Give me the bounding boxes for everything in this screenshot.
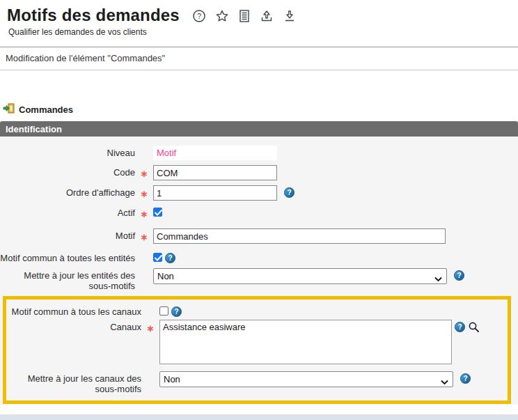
motif-commun-entites-checkbox[interactable] — [153, 253, 162, 262]
required-marker: ∗ — [141, 189, 148, 199]
required-marker: ∗ — [147, 323, 155, 334]
favorite-star-icon[interactable] — [215, 9, 229, 23]
item-name: Commandes — [19, 104, 73, 115]
form-row-niveau: Niveau Motif — [0, 146, 518, 160]
document-icon[interactable] — [238, 9, 251, 23]
identification-form: Niveau Motif Code ∗ Ordre d'affichage ∗ … — [0, 137, 518, 405]
motif-input[interactable] — [153, 228, 446, 244]
download-icon[interactable] — [283, 9, 297, 23]
search-icon[interactable] — [468, 321, 480, 336]
upload-icon[interactable] — [260, 9, 274, 23]
required-marker: ∗ — [141, 209, 148, 219]
item-header: Commandes — [0, 103, 518, 116]
help-icon[interactable]: ? — [284, 187, 295, 198]
help-icon[interactable]: ? — [165, 253, 175, 263]
bottom-scroll-strip[interactable] — [0, 414, 518, 420]
enter-item-icon — [3, 103, 15, 116]
field-label: Mettre à jour les canaux des sous-motifs — [6, 371, 141, 394]
form-row-motif-commun-entites: Motif commun à toutes les entités ? — [0, 251, 518, 263]
field-label: Mettre à jour les entités des sous-motif… — [0, 268, 135, 291]
maj-canaux-select[interactable]: Non — [159, 371, 453, 387]
form-row-actif: Actif ∗ — [0, 205, 518, 220]
help-icon[interactable]: ? — [460, 373, 471, 384]
breadcrumb: Modification de l'élément "Commandes" — [0, 47, 518, 70]
field-label: Ordre d'affichage — [0, 185, 135, 198]
form-row-code: Code ∗ — [0, 165, 518, 180]
ordre-affichage-input[interactable] — [153, 185, 277, 201]
field-label: Canaux — [6, 320, 141, 332]
help-icon[interactable]: ? — [454, 270, 464, 281]
form-row-maj-canaux-sous-motifs: Mettre à jour les canaux des sous-motifs… — [6, 371, 508, 394]
page-header: Motifs des demandes ? Qualifier les dema… — [0, 0, 518, 37]
highlight-annotation-box: Motif commun à tous les canaux ? Canaux … — [3, 296, 511, 404]
form-row-ordre-affichage: Ordre d'affichage ∗ ? — [0, 185, 518, 201]
svg-text:?: ? — [197, 12, 201, 20]
page-subtitle: Qualifier les demandes de vos clients — [8, 27, 511, 37]
niveau-readonly-field: Motif — [153, 146, 277, 160]
maj-entites-select[interactable]: Non — [153, 268, 447, 284]
canaux-textarea[interactable]: Assistance easiware — [159, 320, 452, 364]
motif-commun-canaux-checkbox[interactable] — [159, 306, 168, 316]
field-label: Code — [0, 165, 135, 178]
required-marker: ∗ — [141, 232, 148, 242]
page-title: Motifs des demandes — [7, 6, 180, 25]
field-label: Niveau — [0, 146, 135, 158]
help-icon[interactable]: ? — [455, 322, 465, 332]
form-row-motif-commun-canaux: Motif commun à tous les canaux ? — [6, 304, 508, 317]
section-header-identification: Identification — [0, 121, 518, 137]
form-row-canaux: Canaux ∗ Assistance easiware ? — [6, 320, 508, 364]
field-label: Motif commun à toutes les entités — [0, 251, 135, 263]
actif-checkbox[interactable] — [153, 208, 162, 217]
form-row-maj-entites-sous-motifs: Mettre à jour les entités des sous-motif… — [0, 268, 518, 291]
required-marker: ∗ — [141, 169, 148, 179]
code-input[interactable] — [153, 165, 277, 180]
field-label: Motif — [0, 228, 135, 241]
help-icon[interactable]: ? — [192, 9, 206, 23]
form-row-motif: Motif ∗ — [0, 228, 518, 244]
field-label: Actif — [0, 205, 135, 218]
field-label: Motif commun à tous les canaux — [6, 304, 141, 317]
help-icon[interactable]: ? — [171, 306, 182, 317]
section-title: Identification — [6, 124, 62, 134]
